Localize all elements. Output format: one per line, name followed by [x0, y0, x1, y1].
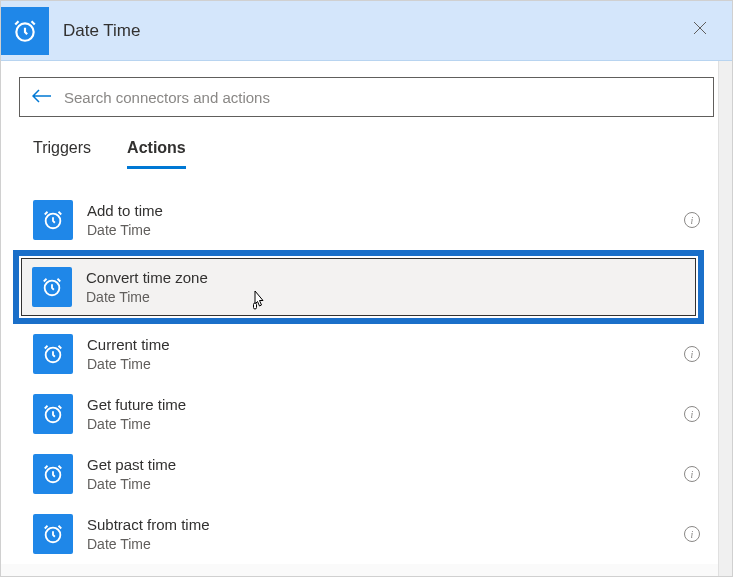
- action-icon: [33, 394, 73, 434]
- action-icon: [33, 514, 73, 554]
- action-icon: [32, 267, 72, 307]
- info-icon[interactable]: i: [684, 406, 700, 422]
- action-current-time[interactable]: Current time Date Time i: [19, 324, 714, 384]
- info-icon[interactable]: i: [684, 526, 700, 542]
- tab-triggers[interactable]: Triggers: [33, 139, 91, 167]
- info-icon[interactable]: i: [684, 466, 700, 482]
- action-icon: [33, 200, 73, 240]
- connector-icon: [1, 7, 49, 55]
- action-subtitle: Date Time: [87, 475, 676, 493]
- clock-icon: [42, 343, 64, 365]
- clock-icon: [42, 523, 64, 545]
- action-title: Add to time: [87, 201, 676, 221]
- action-subtitle: Date Time: [87, 355, 676, 373]
- info-icon[interactable]: i: [684, 346, 700, 362]
- action-subtitle: Date Time: [86, 288, 685, 306]
- scrollbar[interactable]: [718, 61, 732, 577]
- clock-icon: [12, 18, 38, 44]
- close-button[interactable]: [686, 14, 714, 47]
- search-input[interactable]: [64, 89, 701, 106]
- action-title: Convert time zone: [86, 268, 685, 288]
- action-get-future-time[interactable]: Get future time Date Time i: [19, 384, 714, 444]
- action-title: Subtract from time: [87, 515, 676, 535]
- action-title: Current time: [87, 335, 676, 355]
- action-convert-time-zone-highlight: Convert time zone Date Time: [13, 250, 704, 324]
- close-icon: [692, 20, 708, 36]
- clock-icon: [42, 209, 64, 231]
- action-convert-time-zone[interactable]: Convert time zone Date Time: [21, 258, 696, 316]
- action-subtitle: Date Time: [87, 535, 676, 553]
- clock-icon: [42, 463, 64, 485]
- action-subtract-from-time[interactable]: Subtract from time Date Time i: [19, 504, 714, 564]
- action-title: Get future time: [87, 395, 676, 415]
- action-add-to-time[interactable]: Add to time Date Time i: [19, 190, 714, 250]
- action-icon: [33, 334, 73, 374]
- action-icon: [33, 454, 73, 494]
- back-arrow-icon[interactable]: [32, 87, 52, 108]
- tab-bar: Triggers Actions: [19, 139, 714, 168]
- clock-icon: [42, 403, 64, 425]
- tab-actions[interactable]: Actions: [127, 139, 186, 167]
- actions-list: Add to time Date Time i Convert time zon…: [19, 190, 714, 564]
- dialog-title: Date Time: [63, 21, 140, 41]
- dialog-header: Date Time: [1, 1, 732, 61]
- action-subtitle: Date Time: [87, 221, 676, 239]
- search-box[interactable]: [19, 77, 714, 117]
- info-icon[interactable]: i: [684, 212, 700, 228]
- clock-icon: [41, 276, 63, 298]
- action-subtitle: Date Time: [87, 415, 676, 433]
- action-get-past-time[interactable]: Get past time Date Time i: [19, 444, 714, 504]
- action-title: Get past time: [87, 455, 676, 475]
